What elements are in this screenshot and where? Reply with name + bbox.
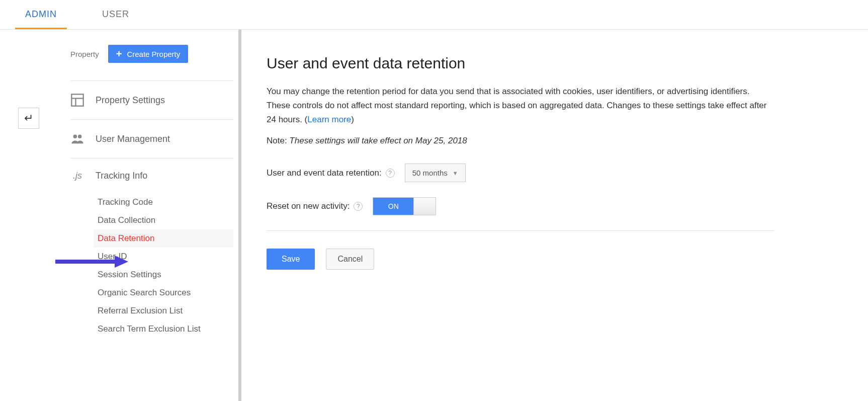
retention-label: User and event data retention: — [267, 168, 382, 178]
create-property-button[interactable]: + Create Property — [108, 45, 189, 63]
back-button[interactable]: ↵ — [18, 108, 39, 129]
divider — [267, 230, 774, 231]
toggle-on-label: ON — [373, 198, 413, 215]
action-buttons: Save Cancel — [267, 249, 774, 270]
property-label: Property — [70, 50, 99, 58]
subitem-data-collection[interactable]: Data Collection — [96, 211, 238, 229]
sidebar-item-tracking-info[interactable]: .js Tracking Info — [70, 158, 233, 193]
toggle-knob — [413, 198, 436, 215]
reset-field-row: Reset on new activity: ? ON — [267, 197, 774, 215]
help-icon[interactable]: ? — [386, 169, 395, 178]
nav-label: Property Settings — [96, 95, 165, 106]
tab-user[interactable]: USER — [92, 0, 139, 29]
layout-icon — [70, 93, 84, 107]
svg-rect-2 — [71, 94, 83, 106]
users-icon — [70, 132, 84, 146]
subitem-tracking-code[interactable]: Tracking Code — [96, 193, 238, 211]
help-icon[interactable]: ? — [354, 202, 363, 211]
reset-label: Reset on new activity: — [267, 201, 350, 211]
sidebar-item-property-settings[interactable]: Property Settings — [70, 81, 233, 120]
retention-dropdown[interactable]: 50 months ▼ — [405, 164, 466, 182]
annotation-arrow-icon — [55, 253, 131, 271]
reset-toggle[interactable]: ON — [373, 197, 436, 215]
retention-value: 50 months — [412, 169, 448, 177]
svg-point-6 — [78, 135, 81, 138]
page-title: User and event data retention — [267, 55, 774, 72]
caret-down-icon: ▼ — [453, 170, 458, 176]
js-icon: .js — [70, 171, 84, 181]
plus-icon: + — [116, 49, 122, 59]
subitem-data-retention[interactable]: Data Retention — [94, 229, 233, 248]
note-prefix: Note: — [267, 136, 289, 145]
nav-label: Tracking Info — [96, 171, 147, 181]
cancel-button[interactable]: Cancel — [326, 249, 374, 270]
subitem-referral-exclusion[interactable]: Referral Exclusion List — [96, 302, 238, 320]
left-gutter: ↵ — [0, 30, 30, 401]
tab-admin[interactable]: ADMIN — [15, 0, 67, 29]
description-part2: ) — [351, 115, 354, 124]
create-property-label: Create Property — [127, 50, 180, 58]
note-italic: These settings will take effect on May 2… — [289, 136, 467, 145]
nav-label: User Management — [96, 134, 170, 144]
note-text: Note: These settings will take effect on… — [267, 136, 774, 146]
save-button[interactable]: Save — [267, 249, 315, 270]
subitem-search-term-exclusion[interactable]: Search Term Exclusion List — [96, 320, 238, 338]
back-arrow-icon: ↵ — [24, 112, 33, 125]
main-content: User and event data retention You may ch… — [241, 30, 795, 401]
sidebar: Property + Create Property Property Sett… — [30, 30, 241, 401]
description-text: You may change the retention period for … — [267, 85, 774, 127]
learn-more-link[interactable]: Learn more — [307, 115, 351, 124]
sidebar-item-user-management[interactable]: User Management — [70, 120, 233, 158]
retention-field-row: User and event data retention: ? 50 mont… — [267, 164, 774, 182]
svg-point-5 — [73, 135, 77, 138]
svg-marker-1 — [115, 256, 128, 268]
subitem-organic-search[interactable]: Organic Search Sources — [96, 284, 238, 302]
